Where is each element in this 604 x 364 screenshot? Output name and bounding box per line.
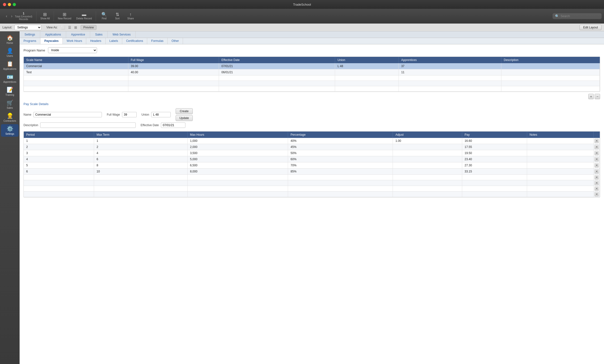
- maximize-button[interactable]: [13, 3, 16, 6]
- det-cell-0-2: 1,000: [187, 138, 288, 144]
- description-0: [501, 63, 600, 69]
- det-cell-3-5: 23.40: [462, 156, 527, 163]
- sidebar-item-contractors[interactable]: 👷 Contractors: [1, 111, 19, 124]
- tab-applications[interactable]: Applications: [40, 31, 66, 38]
- tab-sales[interactable]: Sales: [90, 31, 108, 38]
- detail-row-0[interactable]: 111,00040%1.0016.60✕: [24, 138, 600, 144]
- x-button-0[interactable]: ✕: [594, 139, 599, 143]
- scale-table: Scale Name Full Wage Effective Date Unio…: [24, 57, 600, 92]
- records-label: Records: [19, 18, 28, 21]
- find-button[interactable]: 🔍 Find: [98, 11, 110, 21]
- det-empty-x-2[interactable]: ✕: [594, 186, 600, 191]
- sidebar-item-apprentices[interactable]: 🪪 Apprentices: [1, 72, 19, 85]
- sub-tab-headers[interactable]: Headers: [86, 38, 105, 44]
- detail-table: Period Max Term Max Hours Percentage Adj…: [24, 132, 600, 197]
- detail-row-2[interactable]: 343,50050%19.50✕: [24, 150, 600, 156]
- x-button-5[interactable]: ✕: [594, 169, 599, 174]
- det-empty-x-1[interactable]: ✕: [594, 180, 600, 186]
- x-button-1[interactable]: ✕: [594, 145, 599, 149]
- scale-empty-row-2: [24, 81, 600, 86]
- detail-row-1[interactable]: 222,00045%17.55✕: [24, 144, 600, 150]
- sub-tab-payscales[interactable]: Payscales: [40, 38, 63, 44]
- detail-table-wrapper: Period Max Term Max Hours Percentage Adj…: [24, 131, 600, 197]
- det-col-notes: Notes: [527, 132, 593, 138]
- program-name-select[interactable]: Inside: [48, 47, 97, 53]
- detail-row-4[interactable]: 586,50070%27.30✕: [24, 163, 600, 169]
- det-cell-3-3: 60%: [288, 156, 393, 163]
- delete-record-button[interactable]: ▬ Delete Record: [74, 11, 94, 21]
- card-view-icon[interactable]: ⬜: [60, 25, 66, 30]
- x-button-3[interactable]: ✕: [594, 157, 599, 162]
- det-x-4[interactable]: ✕: [594, 163, 600, 169]
- back-button[interactable]: ‹: [4, 13, 9, 19]
- name-group: Name: [24, 112, 102, 117]
- pay-scale-details: Pay Scale Details Name Full Wage Union: [24, 102, 600, 128]
- det-cell-2-2: 3,500: [187, 150, 288, 156]
- det-x-0[interactable]: ✕: [594, 138, 600, 144]
- tab-settings[interactable]: Settings: [20, 31, 40, 38]
- det-cell-2-0: 3: [24, 150, 94, 156]
- x-empty-button-1[interactable]: ✕: [594, 181, 599, 185]
- det-cell-0-6: [527, 138, 593, 144]
- sub-tab-other[interactable]: Other: [167, 38, 183, 44]
- x-empty-button-2[interactable]: ✕: [594, 186, 599, 191]
- x-button-4[interactable]: ✕: [594, 163, 599, 168]
- search-area[interactable]: 🔍: [553, 13, 602, 19]
- preview-button[interactable]: Preview: [81, 25, 97, 30]
- det-x-1[interactable]: ✕: [594, 144, 600, 150]
- sub-tab-labels[interactable]: Labels: [106, 38, 122, 44]
- tab-web-services[interactable]: Web Services: [108, 31, 136, 38]
- x-empty-button-3[interactable]: ✕: [594, 192, 599, 196]
- minimize-button[interactable]: [8, 3, 11, 6]
- sidebar-item-training[interactable]: 📝 Training: [1, 85, 19, 98]
- edit-layout-button[interactable]: Edit Layout: [579, 25, 602, 30]
- sub-tab-programs[interactable]: Programs: [20, 38, 40, 44]
- union-input[interactable]: [151, 112, 171, 117]
- list-view-icon[interactable]: ☰: [67, 25, 72, 30]
- sort-button[interactable]: ⇅ Sort: [111, 11, 124, 21]
- share-button[interactable]: ↑ Share: [125, 11, 137, 21]
- detail-empty-row-3: ✕: [24, 191, 600, 197]
- sidebar-item-settings[interactable]: ⚙️ Settings: [1, 124, 19, 137]
- scale-row-1[interactable]: Test 40.00 06/01/21 11: [24, 69, 600, 75]
- table-view-icon[interactable]: ⊞: [73, 25, 78, 30]
- search-input[interactable]: [561, 14, 595, 18]
- sub-tab-work-hours[interactable]: Work Hours: [63, 38, 86, 44]
- det-empty-x-3[interactable]: ✕: [594, 191, 600, 197]
- pay-scale-details-title: Pay Scale Details: [24, 102, 600, 106]
- full-wage-input[interactable]: [122, 112, 137, 117]
- description-input[interactable]: [40, 123, 136, 128]
- det-empty-x-0[interactable]: ✕: [594, 175, 600, 180]
- sidebar-item-home[interactable]: 🏠 Home: [1, 33, 19, 46]
- remove-scale-button[interactable]: −: [595, 94, 600, 99]
- det-x-3[interactable]: ✕: [594, 156, 600, 163]
- create-button[interactable]: Create: [176, 108, 193, 114]
- sub-tab-formulas[interactable]: Formulas: [147, 38, 167, 44]
- det-x-2[interactable]: ✕: [594, 150, 600, 156]
- layout-select[interactable]: Settings: [14, 25, 41, 30]
- x-empty-button-0[interactable]: ✕: [594, 175, 599, 180]
- x-button-2[interactable]: ✕: [594, 151, 599, 155]
- add-scale-button[interactable]: +: [588, 94, 594, 99]
- show-all-button[interactable]: ⊞ Show All: [38, 11, 52, 21]
- sub-tab-certifications[interactable]: Certifications: [122, 38, 147, 44]
- sidebar-label-applications: Applications: [3, 68, 16, 70]
- update-button[interactable]: Update: [176, 115, 193, 121]
- forward-button[interactable]: ›: [10, 13, 14, 19]
- detail-row-3[interactable]: 465,00060%23.40✕: [24, 156, 600, 163]
- tab-apprentice[interactable]: Apprentice: [66, 31, 90, 38]
- scale-row-0[interactable]: Commercial 39.00 07/01/21 L 48 37: [24, 63, 600, 69]
- detail-row-5[interactable]: 6108,00085%33.15✕: [24, 169, 600, 175]
- sidebar-item-applications[interactable]: 📋 Applications: [1, 59, 19, 72]
- name-input[interactable]: [33, 112, 102, 117]
- sidebar-item-sales[interactable]: 🛒 Sales: [1, 98, 19, 111]
- new-record-button[interactable]: ⊞ New Record: [56, 11, 73, 21]
- det-x-5[interactable]: ✕: [594, 169, 600, 175]
- det-cell-4-1: 8: [94, 163, 188, 169]
- effective-date-input[interactable]: [161, 123, 185, 128]
- description-label: Description: [24, 124, 38, 127]
- effective-date-0: 07/01/21: [219, 63, 335, 69]
- sidebar-item-users[interactable]: 👤 Users: [1, 46, 19, 59]
- close-button[interactable]: [3, 3, 6, 6]
- divider-3: [96, 11, 96, 21]
